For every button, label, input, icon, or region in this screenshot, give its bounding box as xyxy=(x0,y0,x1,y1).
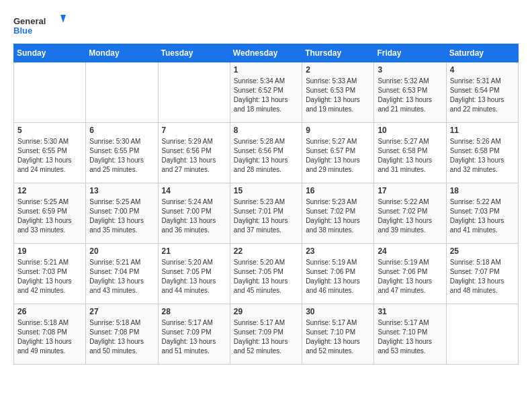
calendar-cell xyxy=(158,62,230,123)
day-info: Sunrise: 5:17 AMSunset: 7:10 PMDaylight:… xyxy=(378,318,442,356)
day-number: 4 xyxy=(450,65,515,75)
calendar-cell: 14Sunrise: 5:24 AMSunset: 7:00 PMDayligh… xyxy=(158,183,230,244)
weekday-header-tuesday: Tuesday xyxy=(158,44,230,62)
week-row-4: 19Sunrise: 5:21 AMSunset: 7:03 PMDayligh… xyxy=(14,244,519,304)
day-number: 10 xyxy=(378,126,442,135)
calendar-cell: 3Sunrise: 5:32 AMSunset: 6:53 PMDaylight… xyxy=(374,62,446,123)
weekday-header-wednesday: Wednesday xyxy=(230,44,302,62)
day-info: Sunrise: 5:24 AMSunset: 7:00 PMDaylight:… xyxy=(162,197,226,235)
weekday-header-row: SundayMondayTuesdayWednesdayThursdayFrid… xyxy=(14,44,519,62)
day-number: 21 xyxy=(162,246,226,256)
day-number: 13 xyxy=(89,186,154,195)
day-info: Sunrise: 5:22 AMSunset: 7:02 PMDaylight:… xyxy=(378,197,442,235)
calendar-cell: 18Sunrise: 5:22 AMSunset: 7:03 PMDayligh… xyxy=(446,183,518,244)
day-number: 14 xyxy=(162,186,226,195)
calendar-cell xyxy=(446,304,518,365)
calendar-cell: 8Sunrise: 5:28 AMSunset: 6:56 PMDaylight… xyxy=(230,123,302,183)
calendar-cell: 28Sunrise: 5:17 AMSunset: 7:09 PMDayligh… xyxy=(158,304,230,365)
calendar-cell: 6Sunrise: 5:30 AMSunset: 6:55 PMDaylight… xyxy=(86,123,158,183)
day-number: 17 xyxy=(378,186,442,195)
calendar-cell: 1Sunrise: 5:34 AMSunset: 6:52 PMDaylight… xyxy=(230,62,302,123)
weekday-header-monday: Monday xyxy=(86,44,158,62)
day-number: 7 xyxy=(162,126,226,135)
day-number: 28 xyxy=(162,307,226,316)
calendar-cell: 15Sunrise: 5:23 AMSunset: 7:01 PMDayligh… xyxy=(230,183,302,244)
day-info: Sunrise: 5:18 AMSunset: 7:08 PMDaylight:… xyxy=(89,318,154,356)
calendar-cell: 10Sunrise: 5:27 AMSunset: 6:58 PMDayligh… xyxy=(374,123,446,183)
day-info: Sunrise: 5:21 AMSunset: 7:04 PMDaylight:… xyxy=(89,258,154,295)
day-number: 26 xyxy=(17,307,82,316)
day-number: 11 xyxy=(450,126,515,135)
day-info: Sunrise: 5:17 AMSunset: 7:10 PMDaylight:… xyxy=(306,318,370,356)
day-info: Sunrise: 5:19 AMSunset: 7:06 PMDaylight:… xyxy=(306,258,370,295)
calendar-cell: 19Sunrise: 5:21 AMSunset: 7:03 PMDayligh… xyxy=(14,244,86,304)
calendar-cell: 25Sunrise: 5:18 AMSunset: 7:07 PMDayligh… xyxy=(446,244,518,304)
day-info: Sunrise: 5:28 AMSunset: 6:56 PMDaylight:… xyxy=(234,137,298,175)
day-info: Sunrise: 5:30 AMSunset: 6:55 PMDaylight:… xyxy=(89,137,154,175)
calendar-cell: 23Sunrise: 5:19 AMSunset: 7:06 PMDayligh… xyxy=(302,244,374,304)
day-info: Sunrise: 5:23 AMSunset: 7:01 PMDaylight:… xyxy=(234,197,298,235)
calendar-cell: 26Sunrise: 5:18 AMSunset: 7:08 PMDayligh… xyxy=(14,304,86,365)
calendar-cell: 13Sunrise: 5:25 AMSunset: 7:00 PMDayligh… xyxy=(86,183,158,244)
day-info: Sunrise: 5:23 AMSunset: 7:02 PMDaylight:… xyxy=(306,197,370,235)
day-number: 1 xyxy=(234,65,298,75)
day-info: Sunrise: 5:34 AMSunset: 6:52 PMDaylight:… xyxy=(234,77,298,114)
day-number: 27 xyxy=(89,307,154,316)
day-info: Sunrise: 5:20 AMSunset: 7:05 PMDaylight:… xyxy=(234,258,298,295)
calendar-cell xyxy=(14,62,86,123)
day-number: 12 xyxy=(17,186,82,195)
day-info: Sunrise: 5:18 AMSunset: 7:08 PMDaylight:… xyxy=(17,318,82,356)
day-info: Sunrise: 5:19 AMSunset: 7:06 PMDaylight:… xyxy=(378,258,442,295)
day-info: Sunrise: 5:31 AMSunset: 6:54 PMDaylight:… xyxy=(450,77,515,114)
calendar-cell: 11Sunrise: 5:26 AMSunset: 6:58 PMDayligh… xyxy=(446,123,518,183)
calendar-cell: 16Sunrise: 5:23 AMSunset: 7:02 PMDayligh… xyxy=(302,183,374,244)
calendar-cell: 4Sunrise: 5:31 AMSunset: 6:54 PMDaylight… xyxy=(446,62,518,123)
day-info: Sunrise: 5:17 AMSunset: 7:09 PMDaylight:… xyxy=(162,318,226,356)
day-info: Sunrise: 5:27 AMSunset: 6:58 PMDaylight:… xyxy=(378,137,442,175)
day-info: Sunrise: 5:27 AMSunset: 6:57 PMDaylight:… xyxy=(306,137,370,175)
week-row-3: 12Sunrise: 5:25 AMSunset: 6:59 PMDayligh… xyxy=(14,183,519,244)
day-number: 22 xyxy=(234,246,298,256)
weekday-header-thursday: Thursday xyxy=(302,44,374,62)
calendar-cell: 30Sunrise: 5:17 AMSunset: 7:10 PMDayligh… xyxy=(302,304,374,365)
svg-text:General: General xyxy=(13,16,46,26)
day-info: Sunrise: 5:20 AMSunset: 7:05 PMDaylight:… xyxy=(162,258,226,295)
day-info: Sunrise: 5:29 AMSunset: 6:56 PMDaylight:… xyxy=(162,137,226,175)
svg-text:Blue: Blue xyxy=(13,26,32,36)
day-info: Sunrise: 5:17 AMSunset: 7:09 PMDaylight:… xyxy=(234,318,298,356)
weekday-header-friday: Friday xyxy=(374,44,446,62)
calendar-cell: 12Sunrise: 5:25 AMSunset: 6:59 PMDayligh… xyxy=(14,183,86,244)
calendar-cell: 7Sunrise: 5:29 AMSunset: 6:56 PMDaylight… xyxy=(158,123,230,183)
day-number: 24 xyxy=(378,246,442,256)
calendar-cell: 21Sunrise: 5:20 AMSunset: 7:05 PMDayligh… xyxy=(158,244,230,304)
calendar-cell: 17Sunrise: 5:22 AMSunset: 7:02 PMDayligh… xyxy=(374,183,446,244)
day-number: 29 xyxy=(234,307,298,316)
svg-marker-2 xyxy=(60,15,66,23)
day-number: 16 xyxy=(306,186,370,195)
day-info: Sunrise: 5:33 AMSunset: 6:53 PMDaylight:… xyxy=(306,77,370,114)
calendar-cell: 24Sunrise: 5:19 AMSunset: 7:06 PMDayligh… xyxy=(374,244,446,304)
calendar-cell: 9Sunrise: 5:27 AMSunset: 6:57 PMDaylight… xyxy=(302,123,374,183)
day-info: Sunrise: 5:21 AMSunset: 7:03 PMDaylight:… xyxy=(17,258,82,295)
day-number: 25 xyxy=(450,246,515,256)
day-number: 2 xyxy=(306,65,370,75)
day-number: 9 xyxy=(306,126,370,135)
day-number: 23 xyxy=(306,246,370,256)
day-number: 15 xyxy=(234,186,298,195)
day-number: 31 xyxy=(378,307,442,316)
calendar-cell: 29Sunrise: 5:17 AMSunset: 7:09 PMDayligh… xyxy=(230,304,302,365)
week-row-1: 1Sunrise: 5:34 AMSunset: 6:52 PMDaylight… xyxy=(14,62,519,123)
day-info: Sunrise: 5:18 AMSunset: 7:07 PMDaylight:… xyxy=(450,258,515,295)
page-header: General Blue xyxy=(13,13,519,37)
day-number: 3 xyxy=(378,65,442,75)
weekday-header-sunday: Sunday xyxy=(14,44,86,62)
day-info: Sunrise: 5:22 AMSunset: 7:03 PMDaylight:… xyxy=(450,197,515,235)
day-info: Sunrise: 5:25 AMSunset: 7:00 PMDaylight:… xyxy=(89,197,154,235)
day-number: 19 xyxy=(17,246,82,256)
day-info: Sunrise: 5:26 AMSunset: 6:58 PMDaylight:… xyxy=(450,137,515,175)
day-info: Sunrise: 5:25 AMSunset: 6:59 PMDaylight:… xyxy=(17,197,82,235)
logo-icon: General Blue xyxy=(13,13,67,37)
day-info: Sunrise: 5:32 AMSunset: 6:53 PMDaylight:… xyxy=(378,77,442,114)
calendar-cell xyxy=(86,62,158,123)
week-row-5: 26Sunrise: 5:18 AMSunset: 7:08 PMDayligh… xyxy=(14,304,519,365)
